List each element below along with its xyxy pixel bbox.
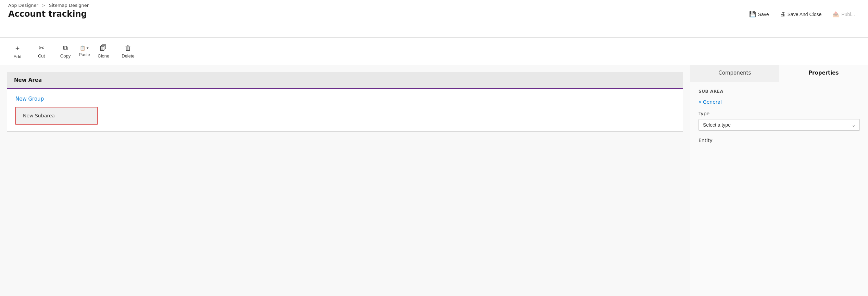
header-actions: 💾 Save 🖨 Save And Close 📤 Publ... [744, 9, 860, 20]
area-block: New Area New Group New Subarea [7, 72, 683, 132]
publish-icon: 📤 [832, 11, 839, 17]
paste-label: Paste [79, 52, 90, 57]
app-header: App Designer > Sitemap Designer Account … [0, 0, 868, 38]
subarea-item[interactable]: New Subarea [15, 107, 98, 125]
clone-label: Clone [98, 53, 109, 59]
add-icon: ＋ [14, 43, 21, 53]
cut-label: Cut [38, 53, 45, 59]
add-label: Add [13, 54, 21, 59]
panel-group-label: General [703, 99, 722, 105]
cut-icon: ✂ [39, 44, 45, 52]
panel-tabs: Components Properties [690, 65, 868, 82]
right-panel: Components Properties SUB AREA ∨ General… [690, 65, 868, 296]
type-field-label: Type [699, 111, 860, 116]
paste-dropdown-icon: ▼ [86, 46, 89, 50]
panel-content: SUB AREA ∨ General Type Select a type En… [690, 82, 868, 153]
publish-label: Publ... [841, 12, 855, 17]
panel-section-title: SUB AREA [699, 89, 860, 94]
entity-field-label: Entity [699, 138, 860, 143]
panel-group-expand[interactable]: ∨ General [699, 99, 860, 105]
publish-button[interactable]: 📤 Publ... [828, 9, 860, 20]
save-button[interactable]: 💾 Save [744, 9, 774, 20]
breadcrumb-part1: App Designer [8, 3, 38, 8]
copy-label: Copy [60, 53, 71, 59]
group-title[interactable]: New Group [15, 96, 675, 102]
canvas-area: New Area New Group New Subarea [0, 65, 690, 296]
delete-label: Delete [122, 53, 135, 59]
delete-icon: 🗑 [125, 44, 131, 52]
page-title: Account tracking [8, 9, 89, 19]
header-left: App Designer > Sitemap Designer Account … [8, 3, 89, 19]
breadcrumb: App Designer > Sitemap Designer [8, 3, 89, 8]
breadcrumb-separator: > [42, 3, 46, 8]
breadcrumb-part2: Sitemap Designer [49, 3, 89, 8]
save-and-close-label: Save And Close [788, 12, 822, 17]
paste-inner: 📋 ▼ [80, 46, 89, 51]
tab-components[interactable]: Components [690, 65, 779, 82]
clone-icon: 🗐 [100, 44, 107, 52]
add-button[interactable]: ＋ Add [5, 41, 29, 61]
cut-button[interactable]: ✂ Cut [29, 42, 53, 61]
paste-button[interactable]: 📋 ▼ Paste [77, 43, 91, 59]
chevron-down-icon: ∨ [699, 100, 702, 104]
save-close-icon: 🖨 [780, 11, 785, 17]
paste-icon: 📋 [80, 46, 85, 51]
type-select[interactable]: Select a type Entity URL Web Resource Cu… [699, 119, 860, 131]
save-icon: 💾 [749, 11, 756, 17]
main-layout: New Area New Group New Subarea Component… [0, 65, 868, 296]
save-and-close-button[interactable]: 🖨 Save And Close [775, 9, 827, 20]
tab-properties[interactable]: Properties [779, 65, 868, 82]
area-title: New Area [14, 77, 42, 83]
save-label: Save [758, 12, 769, 17]
copy-icon: ⧉ [63, 44, 68, 52]
area-content: New Group New Subarea [7, 89, 683, 131]
area-header: New Area [7, 72, 683, 89]
clone-button[interactable]: 🗐 Clone [91, 42, 115, 61]
type-select-wrapper: Select a type Entity URL Web Resource Cu… [699, 119, 860, 131]
delete-button[interactable]: 🗑 Delete [115, 42, 141, 61]
toolbar: ＋ Add ✂ Cut ⧉ Copy 📋 ▼ Paste 🗐 Clone 🗑 D… [0, 38, 868, 65]
copy-button[interactable]: ⧉ Copy [53, 42, 77, 61]
